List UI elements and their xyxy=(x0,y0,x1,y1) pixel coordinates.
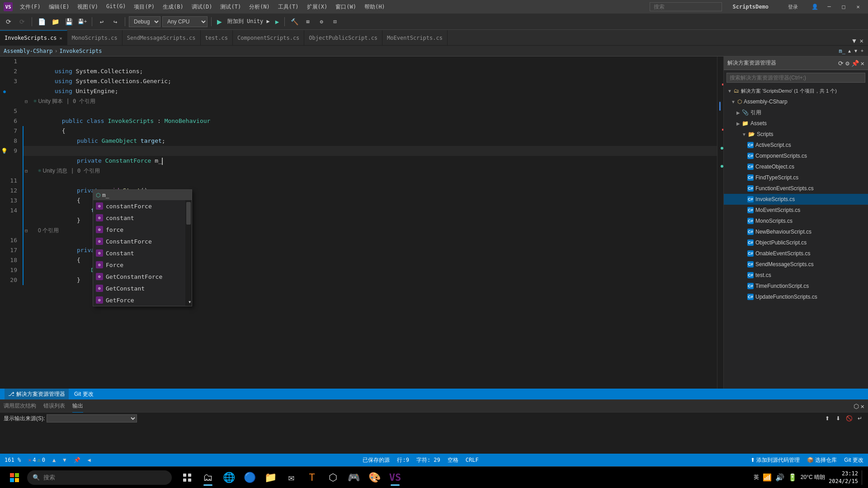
tree-assembly[interactable]: ▼ ⬡ Assembly-CSharp xyxy=(724,96,868,107)
solution-search-input[interactable] xyxy=(726,73,865,83)
tree-sendmessage[interactable]: C# SendMessageScripts.cs xyxy=(724,259,868,270)
tab-invoke-close[interactable]: ✕ xyxy=(60,36,62,41)
taskbar-explorer[interactable]: 🗂 xyxy=(198,468,218,488)
autocomplete-item-force-lower[interactable]: ⚙ force xyxy=(93,224,192,235)
save-all-btn[interactable]: 💾+ xyxy=(76,16,88,28)
status-space[interactable]: 空格 xyxy=(448,456,458,464)
panel-close-btn[interactable]: ✕ xyxy=(861,60,864,67)
status-zoom[interactable]: 161 % xyxy=(5,457,21,463)
menu-test[interactable]: 测试(T) xyxy=(217,2,245,12)
tree-test[interactable]: C# test.cs xyxy=(724,270,868,281)
start-button[interactable] xyxy=(4,467,25,488)
menu-git[interactable]: Git(G) xyxy=(103,2,129,12)
taskbar-typora[interactable]: T xyxy=(302,468,322,488)
status-warnings[interactable]: 0 xyxy=(42,457,45,463)
panel-close-output-btn[interactable]: ✕ xyxy=(861,403,864,410)
tree-newbehaviour[interactable]: C# NewBehaviourScript.cs xyxy=(724,226,868,237)
autocomplete-item-constant[interactable]: ⚙ constant xyxy=(93,212,192,224)
editor-scrollbar[interactable] xyxy=(717,56,723,389)
taskbar-search[interactable]: 🔍 搜索 xyxy=(27,470,172,485)
breadcrumb-nav-up[interactable]: ▲ xyxy=(847,47,852,54)
tray-network[interactable]: 📶 xyxy=(763,473,772,482)
tree-objectpublic[interactable]: C# ObjectPublicScript.cs xyxy=(724,237,868,248)
output-scroll-down-btn[interactable]: ⬇ xyxy=(834,415,843,422)
autocomplete-scrollbar[interactable]: ▼ xyxy=(185,200,192,306)
tool2[interactable]: ⚙ xyxy=(316,16,327,28)
collapse-invoke[interactable]: ⊟ xyxy=(23,225,30,235)
menu-window[interactable]: 窗口(W) xyxy=(332,2,360,12)
menu-build[interactable]: 生成(B) xyxy=(159,2,187,12)
breadcrumb-add[interactable]: + xyxy=(860,47,864,54)
tree-invokescripts[interactable]: C# InvokeScripts.cs xyxy=(724,194,868,205)
output-scroll-up-btn[interactable]: ⬆ xyxy=(823,415,832,422)
tree-solution[interactable]: ▼ 🗂 解决方案 'ScriptsDemo' (1 个项目，共 1 个) xyxy=(724,85,868,96)
autocomplete-scroll-down[interactable]: ▼ xyxy=(189,300,191,304)
panel-sync-btn[interactable]: ⟳ xyxy=(838,60,844,67)
autocomplete-item-constantforce-lower[interactable]: ⚙ constantForce xyxy=(93,200,192,212)
back-btn[interactable]: ⟳ xyxy=(3,16,14,28)
tree-moevent[interactable]: C# MoEventScripts.cs xyxy=(724,205,868,216)
autocomplete-item-force-upper[interactable]: ⚙ Force xyxy=(93,259,192,271)
menu-analyze[interactable]: 分析(N) xyxy=(245,2,274,12)
user-icon[interactable]: 👤 xyxy=(808,2,821,11)
login-btn[interactable]: 登录 xyxy=(779,2,807,11)
title-search-input[interactable] xyxy=(650,2,722,11)
tray-keyboard[interactable]: 英 xyxy=(754,474,759,481)
tree-createobject[interactable]: C# CreateObject.cs xyxy=(724,161,868,172)
solution-explorer-link[interactable]: 解决方案资源管理器 xyxy=(16,390,65,398)
tab-test[interactable]: test.cs xyxy=(201,30,233,45)
tab-sendmessage[interactable]: SendMessageScripts.cs xyxy=(123,30,201,45)
status-nav-up[interactable]: ▲ xyxy=(52,457,56,463)
tree-assets[interactable]: ▶ 📁 Assets xyxy=(724,118,868,129)
tree-findtype[interactable]: C# FindTypeScript.cs xyxy=(724,172,868,183)
output-word-wrap-btn[interactable]: ↵ xyxy=(855,415,864,422)
git-changes-item[interactable]: Git 更改 xyxy=(74,390,94,398)
tree-scripts-folder[interactable]: ▼ 📂 Scripts xyxy=(724,129,868,140)
taskbar-unity2[interactable]: 🎮 xyxy=(344,468,363,488)
tree-timefunction[interactable]: C# TimeFunctionScript.cs xyxy=(724,281,868,291)
taskbar-chrome[interactable]: 🔵 xyxy=(240,468,259,488)
minimize-btn[interactable]: ─ xyxy=(823,2,835,11)
taskbar-edge[interactable]: 🌐 xyxy=(219,468,239,488)
tree-onable[interactable]: C# OnableEventScripts.cs xyxy=(724,248,868,259)
new-file-btn[interactable]: 📄 xyxy=(36,16,47,28)
status-add-code[interactable]: ⬆ 添加到源代码管理 xyxy=(750,456,800,464)
tree-componentscripts[interactable]: C# ComponentScripts.cs xyxy=(724,150,868,161)
status-pin[interactable]: 📌 xyxy=(74,457,80,463)
build-btn[interactable]: 🔨 xyxy=(288,16,300,28)
status-select-repo[interactable]: 📦 选择仓库 xyxy=(807,456,837,464)
platform-select[interactable]: Any CPU xyxy=(162,16,208,27)
status-encoding[interactable]: CRLF xyxy=(466,457,479,463)
panel-settings-btn[interactable]: ⚙ xyxy=(845,60,849,67)
menu-debug[interactable]: 调试(D) xyxy=(188,2,216,12)
redo-btn[interactable]: ↪ xyxy=(109,16,121,28)
tree-updatefunction[interactable]: C# UpdateFunctionScripts.cs xyxy=(724,291,868,302)
tool1[interactable]: ⊞ xyxy=(302,16,314,28)
breadcrumb-class[interactable]: InvokeScripts xyxy=(60,48,102,54)
menu-project[interactable]: 项目(P) xyxy=(130,2,158,12)
tree-activescript[interactable]: C# ActiveScript.cs xyxy=(724,140,868,150)
status-nav-down[interactable]: ▼ xyxy=(63,457,66,463)
tree-monoscripts[interactable]: C# MonoScripts.cs xyxy=(724,216,868,226)
save-btn[interactable]: 💾 xyxy=(63,16,75,28)
menu-extensions[interactable]: 扩展(X) xyxy=(303,2,331,12)
autocomplete-item-getconstantforce[interactable]: ⚙ GetConstantForce xyxy=(93,271,192,282)
collapse-start[interactable]: ⊟ xyxy=(23,166,30,176)
status-errors[interactable]: 4 xyxy=(33,457,36,463)
taskbar-multitask[interactable] xyxy=(177,468,197,488)
output-clear-btn[interactable]: 🚫 xyxy=(844,415,854,422)
tab-mono-scripts[interactable]: MonoScripts.cs xyxy=(67,30,123,45)
tree-functionevent[interactable]: C# FunctionEventScripts.cs xyxy=(724,183,868,194)
taskbar-paint[interactable]: 🎨 xyxy=(364,468,384,488)
collapse-class[interactable]: ⊟ xyxy=(23,96,30,106)
open-btn[interactable]: 📁 xyxy=(49,16,61,28)
menu-view[interactable]: 视图(V) xyxy=(74,2,102,12)
forward-btn[interactable]: ⟳ xyxy=(16,16,28,28)
git-branch-item[interactable]: ⎇ 解决方案资源管理器 xyxy=(5,389,69,399)
debug-mode-select[interactable]: Debug xyxy=(129,16,160,27)
tab-error-list[interactable]: 错误列表 xyxy=(43,400,65,413)
run-btn-2[interactable]: ▶ xyxy=(274,18,281,25)
taskbar-files[interactable]: 📁 xyxy=(260,468,280,488)
status-git-changes[interactable]: Git 更改 xyxy=(844,456,863,464)
tab-component[interactable]: ComponentScripts.cs xyxy=(233,30,304,45)
